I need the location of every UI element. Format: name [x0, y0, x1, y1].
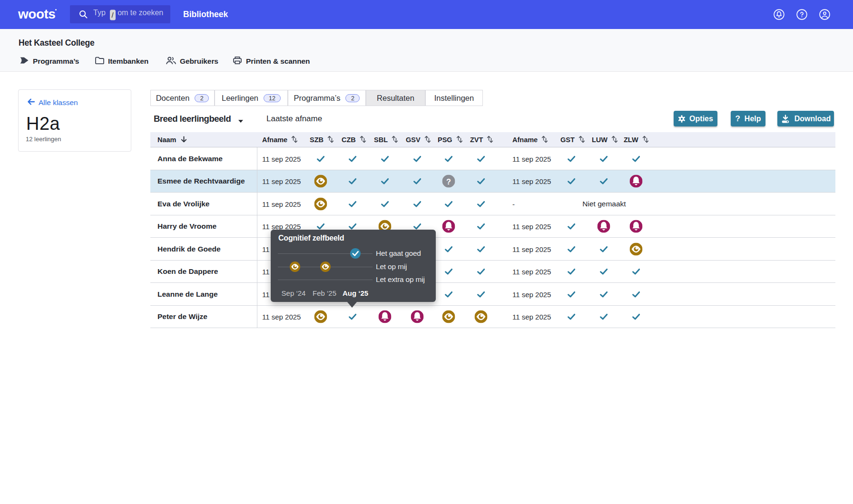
svg-text:?: ? — [446, 177, 451, 186]
